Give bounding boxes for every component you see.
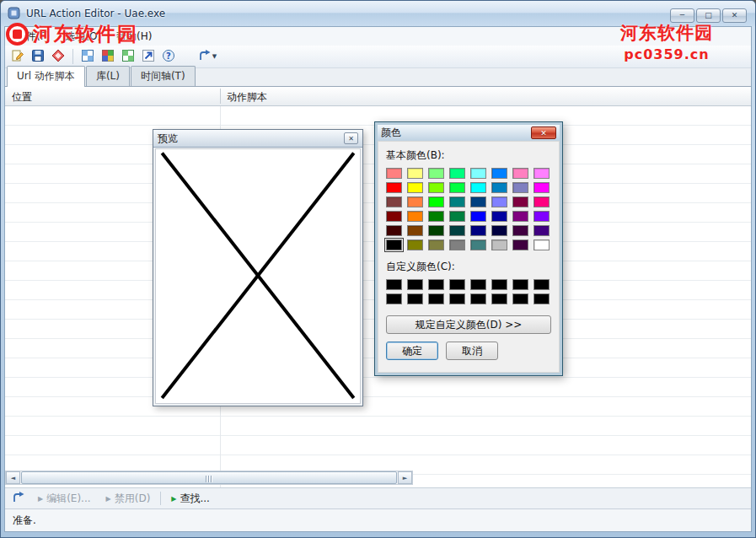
- basic-color-swatch[interactable]: [428, 182, 444, 193]
- close-button[interactable]: ✕: [722, 8, 747, 23]
- menu-options[interactable]: 选项(O): [57, 27, 109, 46]
- palette-grid-button[interactable]: [99, 47, 117, 66]
- help-button[interactable]: ?: [159, 47, 178, 66]
- basic-color-swatch[interactable]: [533, 211, 550, 222]
- basic-color-swatch[interactable]: [491, 168, 507, 179]
- basic-color-swatch[interactable]: [428, 239, 444, 250]
- basic-color-swatch[interactable]: [512, 239, 528, 250]
- define-custom-colors-button[interactable]: 规定自定义颜色(D) >>: [386, 315, 551, 334]
- disable-button[interactable]: ▶ 禁用(D): [101, 490, 156, 508]
- basic-color-swatch[interactable]: [470, 182, 486, 193]
- horizontal-scrollbar[interactable]: ◄ ►: [5, 471, 413, 485]
- grid-green-button[interactable]: [119, 47, 137, 66]
- basic-color-swatch[interactable]: [470, 211, 486, 222]
- custom-color-swatch[interactable]: [428, 279, 444, 290]
- color-dialog-title-bar[interactable]: 颜色 ✕: [378, 125, 560, 141]
- custom-color-swatch[interactable]: [449, 279, 465, 290]
- basic-color-swatch[interactable]: [533, 182, 550, 193]
- basic-color-swatch[interactable]: [470, 168, 486, 179]
- basic-color-swatch[interactable]: [386, 196, 402, 207]
- basic-color-swatch[interactable]: [407, 196, 423, 207]
- basic-color-swatch[interactable]: [533, 168, 550, 179]
- cancel-button[interactable]: 取消: [446, 342, 498, 360]
- scroll-left-button[interactable]: ◄: [6, 471, 20, 484]
- custom-color-swatch[interactable]: [491, 293, 507, 304]
- column-header-action[interactable]: 动作脚本: [227, 90, 267, 105]
- basic-color-swatch[interactable]: [491, 239, 507, 250]
- custom-color-swatch[interactable]: [449, 293, 465, 304]
- basic-color-swatch[interactable]: [386, 168, 402, 179]
- maximize-button[interactable]: □: [696, 8, 721, 23]
- basic-color-swatch[interactable]: [533, 225, 550, 236]
- custom-color-swatch[interactable]: [470, 293, 486, 304]
- basic-color-swatch[interactable]: [386, 211, 402, 222]
- custom-color-swatch[interactable]: [512, 293, 528, 304]
- run-action-dropdown-button[interactable]: ▼: [193, 47, 222, 66]
- jump-button[interactable]: [9, 489, 28, 508]
- color-dialog[interactable]: 颜色 ✕ 基本颜色(B): 自定义颜色(C): 规定自定义颜色(D) >> 确定…: [374, 121, 563, 376]
- custom-color-swatch[interactable]: [386, 293, 402, 304]
- custom-color-swatch[interactable]: [491, 279, 507, 290]
- ok-button[interactable]: 确定: [386, 342, 438, 360]
- basic-color-swatch[interactable]: [407, 211, 423, 222]
- basic-color-swatch[interactable]: [533, 196, 550, 207]
- custom-color-swatch[interactable]: [512, 279, 528, 290]
- basic-color-swatch[interactable]: [470, 225, 486, 236]
- custom-color-swatch[interactable]: [533, 279, 550, 290]
- custom-color-swatch[interactable]: [407, 293, 423, 304]
- scrollbar-thumb[interactable]: [21, 471, 397, 484]
- basic-color-swatch[interactable]: [470, 239, 486, 250]
- basic-color-swatch[interactable]: [428, 225, 444, 236]
- basic-color-swatch[interactable]: [512, 182, 528, 193]
- basic-color-swatch[interactable]: [407, 225, 423, 236]
- tab-timeline[interactable]: 时间轴(T): [131, 66, 196, 86]
- basic-color-swatch[interactable]: [512, 196, 528, 207]
- basic-color-swatch[interactable]: [428, 196, 444, 207]
- basic-color-swatch[interactable]: [491, 211, 507, 222]
- column-divider[interactable]: [220, 89, 221, 104]
- tab-url-action-script[interactable]: Url 动作脚本: [7, 66, 85, 87]
- stop-button[interactable]: [49, 47, 67, 66]
- custom-color-swatch[interactable]: [470, 279, 486, 290]
- basic-color-swatch[interactable]: [512, 225, 528, 236]
- basic-color-swatch[interactable]: [449, 225, 465, 236]
- basic-color-swatch[interactable]: [428, 168, 444, 179]
- new-script-button[interactable]: [8, 47, 27, 66]
- basic-color-swatch[interactable]: [386, 239, 402, 250]
- basic-color-swatch[interactable]: [386, 182, 402, 193]
- basic-color-swatch[interactable]: [449, 196, 465, 207]
- basic-color-swatch[interactable]: [449, 168, 465, 179]
- minimize-button[interactable]: ─: [670, 8, 694, 23]
- basic-color-swatch[interactable]: [386, 225, 402, 236]
- basic-color-swatch[interactable]: [407, 168, 423, 179]
- goto-button[interactable]: [139, 47, 158, 66]
- basic-color-swatch[interactable]: [449, 239, 465, 250]
- custom-color-swatch[interactable]: [428, 293, 444, 304]
- title-bar[interactable]: URL Action Editor - Uae.exe ─ □ ✕: [1, 1, 755, 26]
- edit-button[interactable]: ▶ 编辑(E)...: [33, 490, 96, 508]
- preview-close-button[interactable]: ✕: [344, 132, 358, 144]
- save-button[interactable]: [29, 47, 47, 66]
- column-header-position[interactable]: 位置: [12, 90, 32, 105]
- basic-color-swatch[interactable]: [491, 225, 507, 236]
- custom-color-swatch[interactable]: [533, 293, 550, 304]
- preview-window[interactable]: 预览 ✕: [153, 129, 363, 406]
- basic-color-swatch[interactable]: [449, 211, 465, 222]
- basic-color-swatch[interactable]: [407, 182, 423, 193]
- find-button[interactable]: ▶ 查找...: [166, 490, 215, 508]
- basic-color-swatch[interactable]: [491, 196, 507, 207]
- menu-file[interactable]: 文件(F): [8, 27, 57, 46]
- color-dialog-close-button[interactable]: ✕: [531, 126, 556, 139]
- basic-color-swatch[interactable]: [491, 182, 507, 193]
- menu-help[interactable]: 帮助(H): [109, 27, 159, 46]
- basic-color-swatch[interactable]: [512, 168, 528, 179]
- preview-title-bar[interactable]: 预览 ✕: [153, 130, 362, 148]
- basic-color-swatch[interactable]: [449, 182, 465, 193]
- custom-color-swatch[interactable]: [386, 279, 402, 290]
- tab-library[interactable]: 库(L): [86, 66, 130, 86]
- basic-color-swatch[interactable]: [512, 211, 528, 222]
- custom-color-swatch[interactable]: [407, 279, 423, 290]
- basic-color-swatch[interactable]: [533, 239, 550, 250]
- basic-color-swatch[interactable]: [407, 239, 423, 250]
- scroll-right-button[interactable]: ►: [398, 471, 412, 484]
